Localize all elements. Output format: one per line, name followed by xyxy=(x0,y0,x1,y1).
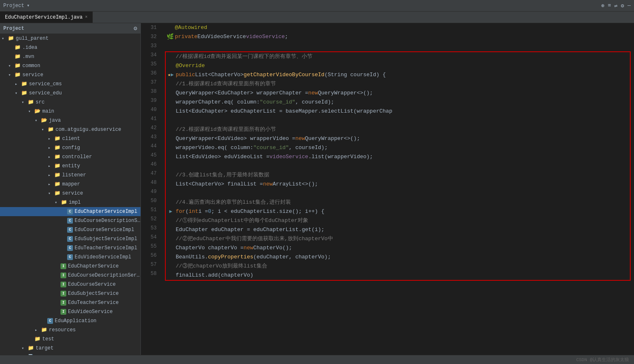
tree-item-target[interactable]: ▾📁target xyxy=(0,344,140,353)
tree-label: EduChapterServiceImpl xyxy=(75,209,137,215)
code-line-56: BeanUtils.copyProperties(eduChapter, cha… xyxy=(166,253,630,262)
tree-item-edusubjectservice[interactable]: IEduSubjectService xyxy=(0,289,140,298)
code-line-58: finalList.add(chapterVo) xyxy=(166,271,630,280)
tree-arrow: ▸ xyxy=(48,182,54,187)
tree-item-educourseservice[interactable]: IEduCourseService xyxy=(0,280,140,289)
tree-item-src[interactable]: ▾📁src xyxy=(0,98,140,107)
token: ( xyxy=(185,207,189,216)
line-number-45: 45 xyxy=(144,151,158,160)
line-number-33: 33 xyxy=(144,41,158,51)
tree-item-eduteacherserviceimpl[interactable]: CEduTeacherServiceImpl xyxy=(0,243,140,253)
tree-item-controller[interactable]: ▸📁controller xyxy=(0,152,140,162)
tree-item-config[interactable]: ▸📁config xyxy=(0,143,140,152)
code-content[interactable]: @Autowired🌿 private EduVideoService vide… xyxy=(162,23,634,355)
line-number-49: 49 xyxy=(144,187,158,196)
tree-item-java[interactable]: ▾📂java xyxy=(0,116,140,125)
tree-item-com.atguigu.eduservice[interactable]: ▾📁com.atguigu.eduservice xyxy=(0,125,140,134)
tree-item-eduvideoservice[interactable]: IEduVideoService xyxy=(0,307,140,316)
line-number-52: 52 xyxy=(144,215,158,224)
tree-label: EduCourseDescriptionService xyxy=(68,272,140,278)
token: EduVideoService xyxy=(198,32,246,41)
tree-item-eduteacherservice[interactable]: IEduTeacherService xyxy=(0,298,140,307)
tree-item-eduapplication[interactable]: CEduApplication xyxy=(0,316,140,325)
token: ArrayList<>(); xyxy=(273,180,318,189)
tree-icon: 📁 xyxy=(54,172,60,178)
tree-label: impl xyxy=(69,200,81,205)
tree-label: EduSubjectServiceImpl xyxy=(75,236,137,242)
tree-icon: C xyxy=(67,254,73,260)
token: public xyxy=(176,70,195,80)
project-dropdown-icon[interactable]: ▾ xyxy=(27,2,29,9)
code-line-32: 🌿 private EduVideoService videoService; xyxy=(165,32,631,41)
tree-item-listener[interactable]: ▸📁listener xyxy=(0,171,140,180)
tree-icon: 📂 xyxy=(41,117,47,124)
tree-item-service_cms[interactable]: ▸📁service_cms xyxy=(0,80,140,89)
tree-arrow: ▾ xyxy=(35,118,41,123)
tree-label: resources xyxy=(49,327,76,333)
tree-item-main[interactable]: ▾📂main xyxy=(0,107,140,116)
tree-item-service[interactable]: ▾📁service xyxy=(0,70,140,80)
project-menu[interactable]: Project xyxy=(3,3,24,9)
code-editor[interactable]: 3132333435363738394041424344454647484950… xyxy=(141,23,634,355)
tree-item-educhapterserviceimpl[interactable]: CEduChapterServiceImpl xyxy=(0,207,140,216)
main-area: Project ⚙ ▾📁guli_parent📁.idea📁.mvn▾📁comm… xyxy=(0,23,634,355)
line-number-39: 39 xyxy=(144,96,158,105)
tree-label: java xyxy=(49,118,61,123)
sidebar-title: Project xyxy=(3,26,24,31)
tree-label: service xyxy=(62,190,83,196)
line-number-51: 51 xyxy=(144,205,158,215)
tree-icon: 📁 xyxy=(27,345,34,352)
line-number-48: 48 xyxy=(144,178,158,187)
diff-icon[interactable]: ⇌ xyxy=(615,2,618,9)
line-number-53: 53 xyxy=(144,224,158,233)
tree-item-.mvn[interactable]: 📁.mvn xyxy=(0,52,140,61)
tree-item-service_edu[interactable]: ▾📁service_edu xyxy=(0,89,140,98)
tree-item-resources[interactable]: ▸📁resources xyxy=(0,325,140,335)
tree-item-educoursedescriptionservice[interactable]: CEduCourseDescriptionService xyxy=(0,216,140,225)
tree-item-eduvideoserviceimpl[interactable]: CEduVideoServiceImpl xyxy=(0,253,140,262)
tab-close-icon[interactable]: × xyxy=(85,15,87,19)
tree-item-educourseserviceimpl[interactable]: CEduCourseServiceImpl xyxy=(0,225,140,234)
tree-item-guli_parent[interactable]: ▾📁guli_parent xyxy=(0,34,140,43)
line-number-32: 32 xyxy=(144,32,158,41)
structure-icon[interactable]: ≡ xyxy=(608,2,611,9)
token: @Autowired xyxy=(175,23,207,32)
token: wrapperChapter.eq( column: xyxy=(176,98,260,107)
tree-item-test[interactable]: 📁test xyxy=(0,335,140,344)
tab-label: EduChapterServiceImpl.java xyxy=(5,14,82,20)
token: int xyxy=(189,207,198,216)
tree-item-service[interactable]: ▾📁service xyxy=(0,189,140,198)
status-bar: CSDN @认真生活的灰太狼 xyxy=(0,355,634,364)
token: BeanUtils. xyxy=(176,253,208,262)
tree-label: EduTeacherServiceImpl xyxy=(75,245,137,251)
minimize-icon[interactable]: — xyxy=(627,2,631,9)
tree-item-common[interactable]: ▾📁common xyxy=(0,61,140,70)
sidebar-gear-icon[interactable]: ⚙ xyxy=(134,25,137,32)
tree-label: EduTeacherService xyxy=(68,300,119,306)
tree-icon: 📁 xyxy=(60,199,67,206)
tree-arrow: ▾ xyxy=(22,100,27,105)
tree-icon: I xyxy=(60,300,66,306)
tree-label: guli_parent xyxy=(16,36,48,41)
tree-item-impl[interactable]: ▾📁impl xyxy=(0,198,140,207)
line-number-37: 37 xyxy=(144,78,158,87)
code-line-57: //③把chapterVo放到最终list集合 xyxy=(166,262,630,271)
tree-item-edusubjectserviceimpl[interactable]: CEduSubjectServiceImpl xyxy=(0,234,140,243)
line-number-56: 56 xyxy=(144,251,158,260)
code-line-35: @Override xyxy=(166,61,630,70)
token: for xyxy=(176,207,185,216)
tree-item-client[interactable]: ▸📁client xyxy=(0,134,140,143)
tree-arrow: ▾ xyxy=(22,346,27,351)
active-tab[interactable]: EduChapterServiceImpl.java × xyxy=(0,12,93,23)
tree-item-educhapterservice[interactable]: IEduChapterService xyxy=(0,262,140,271)
tree-item-mapper[interactable]: ▸📁mapper xyxy=(0,180,140,189)
tree-item-educoursedescriptionservice[interactable]: IEduCourseDescriptionService xyxy=(0,271,140,280)
tree-item-entity[interactable]: ▸📁entity xyxy=(0,162,140,171)
line-number-44: 44 xyxy=(144,142,158,151)
title-bar: Project ▾ ⊕ ≡ ⇌ ⚙ — xyxy=(0,0,634,12)
settings-icon[interactable]: ⚙ xyxy=(621,2,624,9)
new-window-icon[interactable]: ⊕ xyxy=(601,2,605,9)
tree-icon: 📁 xyxy=(7,35,14,42)
tree-item-.idea[interactable]: 📁.idea xyxy=(0,43,140,52)
token: 0 xyxy=(208,207,211,216)
